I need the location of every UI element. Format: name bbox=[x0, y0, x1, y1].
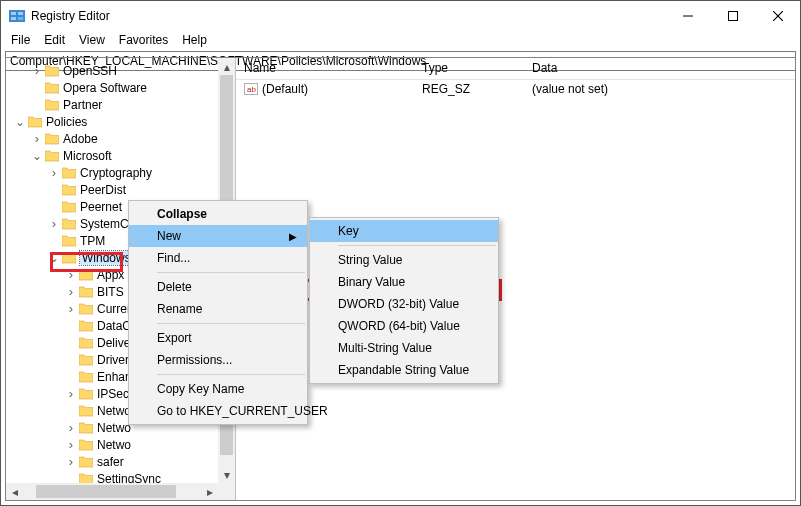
tree-item-label: Cryptography bbox=[80, 166, 152, 180]
scroll-left-icon[interactable]: ◂ bbox=[6, 483, 23, 500]
expand-glyph-icon[interactable]: › bbox=[65, 441, 77, 449]
tree-item-label: BITS bbox=[97, 285, 124, 299]
tree-item[interactable]: ›Netwo bbox=[6, 436, 235, 453]
tree-item[interactable]: PeerDist bbox=[6, 181, 235, 198]
folder-icon bbox=[62, 235, 76, 247]
sub-multi-string-value[interactable]: Multi-String Value bbox=[310, 337, 498, 359]
tree-item[interactable]: ›safer bbox=[6, 453, 235, 470]
tree-item-label: Netwo bbox=[97, 421, 131, 435]
expand-glyph-icon[interactable]: › bbox=[31, 135, 43, 143]
folder-icon bbox=[28, 116, 42, 128]
context-menu: Collapse New ▶ Find... Delete Rename Exp… bbox=[128, 200, 308, 425]
menu-favorites[interactable]: Favorites bbox=[119, 33, 168, 47]
expand-glyph-icon[interactable]: ⌄ bbox=[14, 118, 26, 126]
sub-qword-value[interactable]: QWORD (64-bit) Value bbox=[310, 315, 498, 337]
value-type: REG_SZ bbox=[414, 82, 524, 96]
ctx-rename[interactable]: Rename bbox=[129, 298, 307, 320]
window-controls bbox=[665, 1, 800, 31]
ctx-copy-key-name[interactable]: Copy Key Name bbox=[129, 378, 307, 400]
expand-glyph-icon[interactable]: › bbox=[65, 390, 77, 398]
ctx-delete[interactable]: Delete bbox=[129, 276, 307, 298]
scroll-corner bbox=[218, 483, 235, 500]
svg-rect-6 bbox=[728, 12, 737, 21]
expand-glyph-icon[interactable]: ⌄ bbox=[48, 254, 60, 262]
expand-glyph-icon[interactable]: ⌄ bbox=[31, 152, 43, 160]
folder-icon bbox=[62, 184, 76, 196]
maximize-button[interactable] bbox=[710, 1, 755, 31]
svg-rect-3 bbox=[11, 17, 16, 20]
expand-glyph-icon[interactable]: › bbox=[48, 220, 60, 228]
folder-icon bbox=[79, 286, 93, 298]
ctx-new[interactable]: New ▶ bbox=[129, 225, 307, 247]
svg-rect-1 bbox=[11, 12, 16, 15]
app-icon bbox=[9, 8, 25, 24]
tree-item-label: TPM bbox=[80, 234, 105, 248]
scroll-hthumb[interactable] bbox=[36, 485, 176, 498]
ctx-permissions[interactable]: Permissions... bbox=[129, 349, 307, 371]
folder-icon bbox=[79, 439, 93, 451]
value-name: (Default) bbox=[262, 82, 308, 96]
expand-glyph-icon[interactable]: › bbox=[65, 424, 77, 432]
menu-view[interactable]: View bbox=[79, 33, 105, 47]
tree-item[interactable]: ⌄Policies bbox=[6, 113, 235, 130]
expand-glyph-icon[interactable]: › bbox=[65, 288, 77, 296]
menu-file[interactable]: File bbox=[11, 33, 30, 47]
folder-icon bbox=[79, 388, 93, 400]
scroll-up-icon[interactable]: ▴ bbox=[218, 58, 235, 75]
tree-item[interactable]: ›Adobe bbox=[6, 130, 235, 147]
tree-item[interactable]: ›OpenSSH bbox=[6, 62, 235, 79]
svg-text:ab: ab bbox=[247, 85, 256, 94]
ctx-separator bbox=[157, 374, 305, 375]
folder-icon bbox=[45, 133, 59, 145]
submenu-new: Key String Value Binary Value DWORD (32-… bbox=[309, 217, 499, 384]
tree-item-label: Windows bbox=[80, 251, 133, 265]
ctx-go-to-hkcu[interactable]: Go to HKEY_CURRENT_USER bbox=[129, 400, 307, 422]
sub-dword-value[interactable]: DWORD (32-bit) Value bbox=[310, 293, 498, 315]
tree-horizontal-scrollbar[interactable]: ◂ ▸ bbox=[6, 483, 235, 500]
expand-glyph-icon[interactable]: › bbox=[65, 271, 77, 279]
sub-key[interactable]: Key bbox=[310, 220, 498, 242]
expand-glyph-icon[interactable]: › bbox=[65, 305, 77, 313]
menu-bar: File Edit View Favorites Help bbox=[1, 31, 800, 51]
col-name[interactable]: Name bbox=[236, 58, 414, 79]
tree-item-label: OpenSSH bbox=[63, 64, 117, 78]
ctx-separator bbox=[338, 245, 496, 246]
tree-item-label: Appx bbox=[97, 268, 124, 282]
tree-item-label: DataC bbox=[97, 319, 131, 333]
sub-string-value[interactable]: String Value bbox=[310, 249, 498, 271]
tree-item[interactable]: Partner bbox=[6, 96, 235, 113]
folder-icon bbox=[62, 218, 76, 230]
folder-icon bbox=[79, 405, 93, 417]
ctx-export[interactable]: Export bbox=[129, 327, 307, 349]
folder-icon bbox=[45, 82, 59, 94]
sub-expandable-string-value[interactable]: Expandable String Value bbox=[310, 359, 498, 381]
ctx-collapse[interactable]: Collapse bbox=[129, 203, 307, 225]
expand-glyph-icon[interactable]: › bbox=[31, 67, 43, 75]
tree-item[interactable]: Opera Software bbox=[6, 79, 235, 96]
tree-item-label: Policies bbox=[46, 115, 87, 129]
tree-item[interactable]: ⌄Microsoft bbox=[6, 147, 235, 164]
value-data: (value not set) bbox=[524, 82, 795, 96]
tree-item-label: safer bbox=[97, 455, 124, 469]
ctx-separator bbox=[157, 272, 305, 273]
sub-binary-value[interactable]: Binary Value bbox=[310, 271, 498, 293]
expand-glyph-icon[interactable]: › bbox=[65, 458, 77, 466]
folder-icon bbox=[79, 456, 93, 468]
scroll-right-icon[interactable]: ▸ bbox=[201, 483, 218, 500]
ctx-find[interactable]: Find... bbox=[129, 247, 307, 269]
minimize-button[interactable] bbox=[665, 1, 710, 31]
tree-item-label: Netwo bbox=[97, 438, 131, 452]
scroll-down-icon[interactable]: ▾ bbox=[218, 466, 235, 483]
value-row[interactable]: ab (Default) REG_SZ (value not set) bbox=[236, 80, 795, 98]
menu-edit[interactable]: Edit bbox=[44, 33, 65, 47]
menu-help[interactable]: Help bbox=[182, 33, 207, 47]
tree-item-label: Enhan bbox=[97, 370, 132, 384]
tree-item-label: Microsoft bbox=[63, 149, 112, 163]
close-button[interactable] bbox=[755, 1, 800, 31]
title-bar: Registry Editor bbox=[1, 1, 800, 31]
folder-icon bbox=[79, 371, 93, 383]
expand-glyph-icon[interactable]: › bbox=[48, 169, 60, 177]
col-data[interactable]: Data bbox=[524, 58, 795, 79]
col-type[interactable]: Type bbox=[414, 58, 524, 79]
tree-item[interactable]: ›Cryptography bbox=[6, 164, 235, 181]
